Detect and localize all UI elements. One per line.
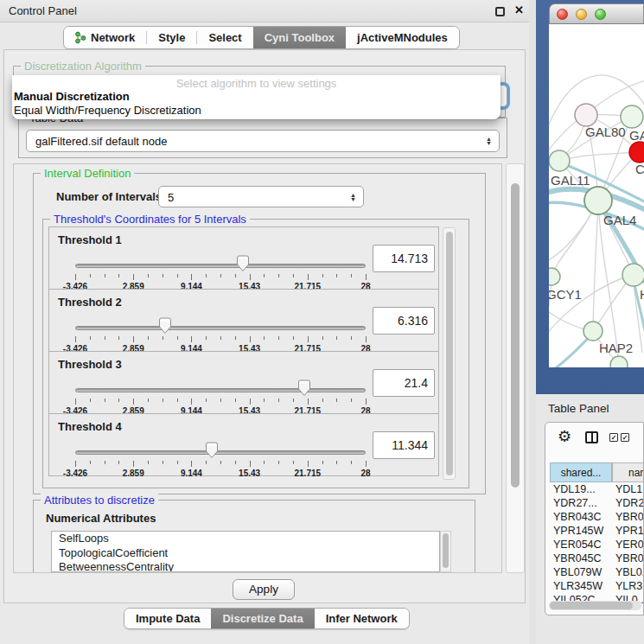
table-row[interactable]: YDR27...YDR2... (550, 497, 644, 511)
table-row[interactable]: YPR145WYPR1... (550, 525, 644, 539)
slider-track[interactable] (75, 326, 366, 330)
threshold-slider[interactable]: -3.4262.8599.14415.4321.71528 (75, 316, 366, 350)
tab-label: jActiveMNodules (357, 31, 448, 44)
threshold-label: Threshold 2 (58, 296, 122, 309)
table-data-combobox[interactable]: galFiltered.sif default node ▲▼ (26, 130, 500, 152)
tab-style[interactable]: Style (147, 27, 196, 48)
checkbox-icon[interactable]: ✓ (609, 433, 618, 442)
threshold-slider[interactable]: -3.4262.8599.14415.4321.71528 (75, 378, 366, 412)
threshold-rows: Threshold 1 -3.4262.8599.14415.4321.7152… (48, 227, 439, 476)
cell-shared-name: YDL19... (553, 483, 596, 496)
algorithm-option[interactable]: Equal Width/Frequency Discretization (12, 104, 501, 118)
tab-select[interactable]: Select (197, 27, 252, 48)
slider-thumb[interactable] (297, 379, 311, 397)
slider-ticks (75, 274, 366, 281)
node-label: GAL11 (551, 173, 590, 188)
thresholds-scrollbar[interactable] (443, 227, 456, 480)
tab-infer-network[interactable]: Infer Network (315, 609, 409, 628)
algorithm-dropdown-popup: Select algorithm to view settings Manual… (12, 75, 501, 119)
tab-impute-data[interactable]: Impute Data (124, 609, 211, 628)
mac-minimize-icon[interactable] (576, 9, 587, 20)
threshold-slider[interactable]: -3.4262.8599.14415.4321.71528 (75, 253, 366, 288)
attribute-item[interactable]: TopologicalCoefficient (52, 546, 439, 561)
numerical-attributes-list[interactable]: SelfLoopsTopologicalCoefficientBetweenne… (51, 531, 440, 572)
settings-scroll-area: Interval Definition Number of Intervals … (13, 163, 502, 573)
node-gal11 (549, 150, 570, 171)
interval-definition-title: Interval Definition (41, 167, 134, 180)
slider-track[interactable] (75, 264, 366, 268)
slider-thumb[interactable] (158, 317, 172, 335)
threshold-row: Threshold 1 -3.4262.8599.14415.4321.7152… (48, 226, 439, 290)
attributes-scrollbar[interactable] (440, 531, 451, 572)
node-gal80 (575, 104, 597, 126)
algorithm-option[interactable]: Manual Discretization (12, 90, 501, 104)
table-panel-box: ⚙ ✓ ✓ shared... name YDL19...YDL1...YDR2… (545, 422, 644, 615)
node-label: C (635, 162, 644, 176)
thresholds-group: Threshold's Coordinates for 5 Intervals … (42, 219, 469, 488)
interval-definition-group: Interval Definition Number of Intervals … (33, 173, 486, 494)
scrollbar-thumb[interactable] (511, 183, 520, 488)
number-of-intervals-label: Number of Intervals (56, 190, 162, 203)
checkbox-icon[interactable]: ✓ (621, 433, 629, 442)
network-graph: GAL80 GA C GAL11 GAL4 GCY1 H HAP2 (549, 24, 644, 367)
attribute-item[interactable]: SelfLoops (52, 532, 439, 546)
slider-ticks (75, 399, 366, 405)
table-hscrollbar[interactable] (549, 601, 641, 610)
table-row[interactable]: YBR043CYBR0... (550, 511, 644, 525)
cell-shared-name: YDR27... (553, 497, 597, 510)
network-canvas[interactable]: GAL80 GA C GAL11 GAL4 GCY1 H HAP2 (549, 24, 644, 367)
scrollbar-thumb[interactable] (443, 533, 449, 568)
node-hap2 (583, 322, 603, 341)
number-of-intervals-combobox[interactable]: 5 ▲▼ (158, 186, 364, 207)
table-row[interactable]: YDL19...YDL1... (550, 483, 644, 497)
gear-icon[interactable]: ⚙ (558, 427, 571, 446)
cell-name: YBL0... (615, 566, 644, 579)
apply-button[interactable]: Apply (233, 579, 295, 600)
tab-jactivemnodules[interactable]: jActiveMNodules (346, 27, 459, 48)
cell-shared-name: YBR045C (553, 552, 602, 565)
node-label: GAL4 (603, 213, 636, 227)
tab-label: Impute Data (136, 612, 200, 625)
float-window-icon[interactable] (495, 7, 505, 16)
table-row[interactable]: YER054CYER0... (550, 539, 644, 552)
cell-shared-name: YPR145W (553, 525, 603, 538)
scrollbar-thumb[interactable] (446, 232, 453, 475)
threshold-slider[interactable]: -3.4262.8599.14415.4321.71528 (75, 440, 366, 475)
window-title: Control Panel (9, 4, 77, 17)
cell-shared-name: YLR345W (553, 580, 603, 593)
table-row[interactable]: YBR045CYBR0... (550, 552, 644, 566)
slider-track[interactable] (75, 450, 366, 455)
discretization-algorithm-title: Discretization Algorithm (21, 60, 145, 73)
scrollbar-thumb[interactable] (550, 602, 633, 609)
cell-shared-name: YBL079W (553, 566, 602, 579)
tab-label: Style (158, 31, 185, 44)
attribute-item[interactable]: BetweennessCentrality (52, 560, 439, 572)
table-row[interactable]: YBL079WYBL0... (550, 566, 644, 580)
node-gal4 (584, 187, 612, 214)
tab-label: Network (91, 31, 135, 44)
slider-track[interactable] (75, 388, 366, 392)
threshold-value-field[interactable]: 6.316 (373, 307, 435, 335)
column-header-name[interactable]: name (612, 462, 644, 482)
mac-zoom-icon[interactable] (595, 9, 606, 20)
network-icon (75, 31, 86, 44)
threshold-value-field[interactable]: 11.344 (373, 431, 435, 459)
table-row[interactable]: YLR345WYLR3... (550, 580, 644, 594)
threshold-value-field[interactable]: 21.4 (373, 369, 435, 397)
tab-cyni-toolbox[interactable]: Cyni Toolbox (253, 27, 346, 48)
threshold-value-field[interactable]: 14.713 (373, 245, 435, 272)
table-data-group: Table Data galFiltered.sif default node … (18, 118, 507, 158)
cell-name: YDL1... (615, 483, 644, 496)
threshold-label: Threshold 1 (58, 233, 122, 246)
close-icon[interactable]: ✕ (514, 3, 524, 16)
mac-close-icon[interactable] (557, 9, 568, 20)
cell-name: YBR0... (615, 511, 644, 524)
network-window-titlebar[interactable] (549, 3, 644, 24)
column-header-shared-name[interactable]: shared... (550, 462, 612, 482)
columns-icon[interactable] (585, 431, 598, 443)
settings-scrollbar[interactable] (506, 163, 525, 573)
slider-thumb[interactable] (205, 442, 219, 459)
tab-discretize-data[interactable]: Discretize Data (211, 609, 314, 628)
slider-thumb[interactable] (236, 255, 250, 272)
tab-network[interactable]: Network (64, 27, 146, 48)
